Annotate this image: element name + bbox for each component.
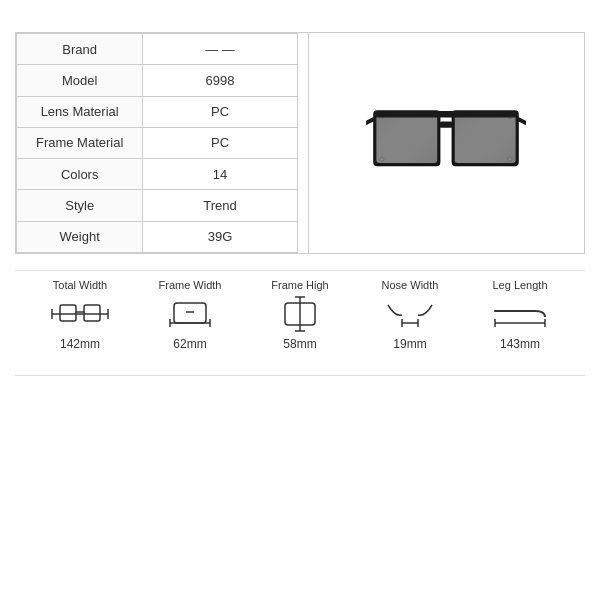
table-label-4: Colors [17, 159, 143, 190]
dim-label-1: Frame Width [159, 279, 222, 291]
svg-rect-1 [377, 113, 438, 163]
svg-rect-8 [440, 121, 453, 127]
dim-item-leg-length: Leg Length 143mm [465, 279, 575, 351]
header [15, 10, 585, 20]
product-table: Brand — — Model 6998 Lens Material PC Fr… [16, 33, 298, 253]
dim-icon-total-width [50, 295, 110, 333]
table-label-6: Weight [17, 221, 143, 252]
table-value-6: 39G [143, 221, 297, 252]
svg-line-10 [518, 119, 526, 123]
dim-item-frame-width: Frame Width 62mm [135, 279, 245, 351]
table-row: Lens Material PC [17, 96, 298, 127]
dimensions-section: Total Width 142mm Frame Width 62mm [15, 270, 585, 355]
dim-value-0: 142mm [60, 337, 100, 351]
svg-rect-15 [60, 305, 76, 321]
bottom-divider [15, 375, 585, 376]
table-value-2: PC [143, 96, 297, 127]
table-label-1: Model [17, 65, 143, 96]
dim-value-3: 19mm [393, 337, 426, 351]
dim-value-2: 58mm [283, 337, 316, 351]
table-row: Colors 14 [17, 159, 298, 190]
info-section: Brand — — Model 6998 Lens Material PC Fr… [15, 32, 585, 254]
dim-icon-frame-width [160, 295, 220, 333]
dim-label-3: Nose Width [382, 279, 439, 291]
dim-icon-nose-width [380, 295, 440, 333]
table-value-0: — — [143, 34, 297, 65]
svg-rect-11 [374, 111, 518, 117]
sunglasses-image [366, 83, 526, 203]
product-image-area [308, 33, 584, 253]
table-label-0: Brand [17, 34, 143, 65]
table-label-5: Style [17, 190, 143, 221]
table-value-4: 14 [143, 159, 297, 190]
table-value-5: Trend [143, 190, 297, 221]
dim-item-frame-high: Frame High 58mm [245, 279, 355, 351]
svg-rect-5 [455, 113, 516, 163]
dim-value-4: 143mm [500, 337, 540, 351]
table-row: Weight 39G [17, 221, 298, 252]
svg-rect-16 [84, 305, 100, 321]
dim-label-4: Leg Length [492, 279, 547, 291]
page-wrapper: Brand — — Model 6998 Lens Material PC Fr… [0, 0, 600, 600]
table-row: Brand — — [17, 34, 298, 65]
dim-value-1: 62mm [173, 337, 206, 351]
svg-point-7 [508, 157, 512, 161]
table-row: Model 6998 [17, 65, 298, 96]
table-label-2: Lens Material [17, 96, 143, 127]
dim-icon-leg-length [490, 295, 550, 333]
table-row: Style Trend [17, 190, 298, 221]
table-label-3: Frame Material [17, 127, 143, 158]
table-value-3: PC [143, 127, 297, 158]
svg-rect-21 [174, 303, 206, 323]
dim-item-total-width: Total Width 142mm [25, 279, 135, 351]
table-row: Frame Material PC [17, 127, 298, 158]
dim-item-nose-width: Nose Width 19mm [355, 279, 465, 351]
dim-label-0: Total Width [53, 279, 107, 291]
svg-point-3 [380, 157, 384, 161]
svg-line-9 [366, 119, 374, 123]
dim-icon-frame-high [270, 295, 330, 333]
dim-label-2: Frame High [271, 279, 328, 291]
table-value-1: 6998 [143, 65, 297, 96]
